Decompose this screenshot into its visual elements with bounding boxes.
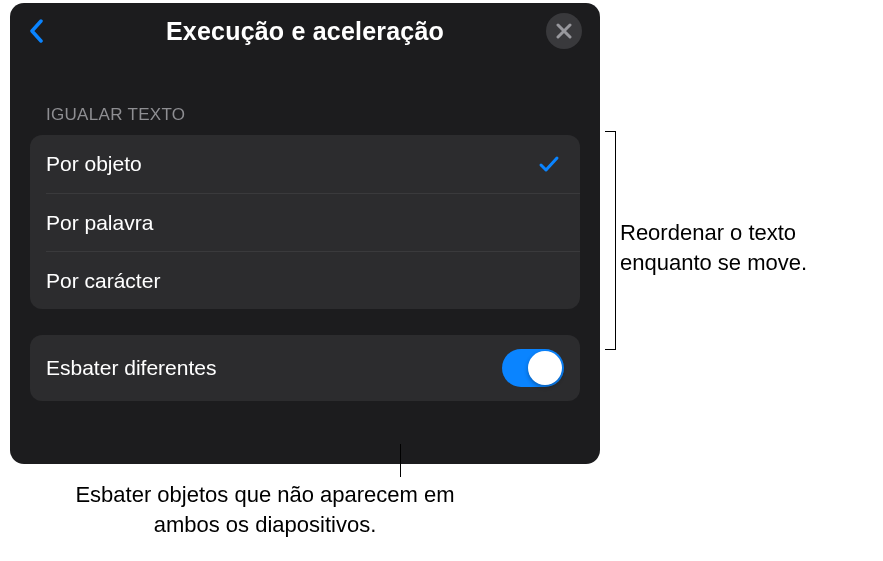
panel-header: Execução e aceleração [10,3,600,55]
close-button[interactable] [546,13,582,49]
fade-toggle-group: Esbater diferentes [30,335,580,401]
callout-fade-objects: Esbater objetos que não aparecem em ambo… [60,480,470,539]
back-button[interactable] [28,19,44,43]
match-text-option-by-object[interactable]: Por objeto [30,135,580,193]
chevron-left-icon [29,19,43,43]
option-label: Por carácter [46,269,160,293]
fade-toggle-switch[interactable] [502,349,564,387]
section-header-match-text: Igualar texto [10,55,600,135]
match-text-option-by-word[interactable]: Por palavra [46,193,580,251]
option-label: Por palavra [46,211,153,235]
settings-panel: Execução e aceleração Igualar texto Por … [10,3,600,464]
fade-toggle-label: Esbater diferentes [46,356,216,380]
match-text-option-by-character[interactable]: Por carácter [46,251,580,309]
checkmark-icon [538,153,560,175]
callout-bracket [602,131,616,350]
fade-different-row: Esbater diferentes [30,335,580,401]
option-label: Por objeto [46,152,142,176]
callout-reorder-text: Reordenar o texto enquanto se move. [620,218,883,277]
panel-title: Execução e aceleração [166,17,444,46]
toggle-knob [528,351,562,385]
match-text-list: Por objeto Por palavra Por carácter [30,135,580,309]
callout-line [400,444,401,477]
close-icon [556,23,572,39]
